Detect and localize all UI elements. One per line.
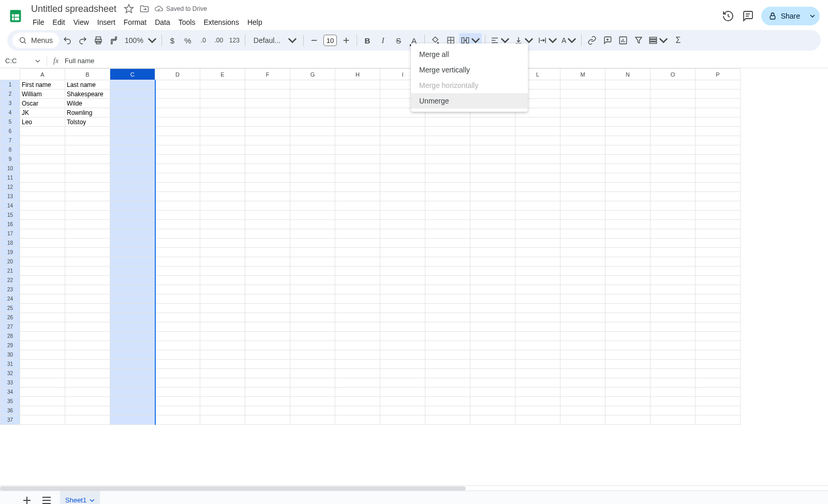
cell[interactable] — [696, 406, 741, 416]
cell[interactable] — [155, 80, 200, 90]
cell[interactable] — [470, 257, 515, 266]
cell[interactable] — [65, 397, 110, 406]
cell[interactable] — [605, 80, 650, 90]
cell[interactable] — [560, 276, 605, 285]
cell[interactable] — [290, 145, 335, 155]
cell[interactable] — [110, 211, 155, 220]
cell[interactable] — [380, 294, 425, 304]
cell[interactable] — [290, 257, 335, 266]
cell[interactable] — [245, 350, 290, 360]
column-header-H[interactable]: H — [335, 69, 380, 80]
cell[interactable] — [290, 350, 335, 360]
cell[interactable] — [290, 360, 335, 369]
cell[interactable]: Rownling — [65, 108, 110, 117]
cell[interactable] — [560, 248, 605, 257]
cell[interactable] — [155, 294, 200, 304]
cell[interactable] — [470, 360, 515, 369]
cell[interactable] — [605, 416, 650, 425]
cell[interactable]: Tolstoy — [65, 117, 110, 127]
cell[interactable] — [335, 276, 380, 285]
menu-help[interactable]: Help — [244, 16, 266, 28]
cell[interactable] — [200, 266, 245, 276]
cell[interactable] — [65, 388, 110, 397]
row-header[interactable]: 4 — [1, 108, 20, 117]
cell[interactable] — [425, 211, 470, 220]
cell[interactable] — [425, 341, 470, 350]
cell[interactable] — [155, 127, 200, 136]
cell[interactable] — [560, 369, 605, 378]
cell[interactable] — [605, 108, 650, 117]
cell[interactable] — [560, 80, 605, 90]
cell[interactable] — [110, 155, 155, 164]
cell[interactable] — [335, 220, 380, 229]
cell[interactable] — [155, 211, 200, 220]
row-header[interactable]: 26 — [1, 313, 20, 322]
cell[interactable] — [20, 145, 65, 155]
cell[interactable] — [515, 201, 560, 211]
cell[interactable] — [560, 304, 605, 313]
cell[interactable] — [245, 360, 290, 369]
cell[interactable] — [696, 173, 741, 183]
cell[interactable] — [110, 108, 155, 117]
cell[interactable] — [470, 406, 515, 416]
cell[interactable] — [335, 108, 380, 117]
cell[interactable] — [650, 248, 696, 257]
cell[interactable] — [245, 239, 290, 248]
cell[interactable] — [650, 80, 696, 90]
cell[interactable] — [155, 378, 200, 388]
cell[interactable] — [696, 276, 741, 285]
cell[interactable] — [515, 369, 560, 378]
cell[interactable] — [155, 313, 200, 322]
cell[interactable] — [200, 276, 245, 285]
cell[interactable] — [65, 229, 110, 239]
share-caret-icon[interactable] — [806, 13, 819, 19]
cell[interactable] — [65, 183, 110, 192]
cell[interactable] — [245, 80, 290, 90]
cell[interactable] — [200, 397, 245, 406]
cell[interactable] — [290, 127, 335, 136]
cell[interactable] — [245, 388, 290, 397]
cell[interactable] — [335, 360, 380, 369]
menu-insert[interactable]: Insert — [94, 16, 119, 28]
cell[interactable] — [515, 304, 560, 313]
cell[interactable] — [200, 211, 245, 220]
cell[interactable]: William — [20, 90, 65, 99]
cell[interactable] — [200, 341, 245, 350]
cell[interactable] — [560, 416, 605, 425]
row-header[interactable]: 10 — [1, 164, 20, 173]
cell[interactable] — [200, 239, 245, 248]
cell[interactable] — [110, 313, 155, 322]
row-header[interactable]: 28 — [1, 332, 20, 341]
cell[interactable] — [20, 397, 65, 406]
cell[interactable] — [605, 294, 650, 304]
cell[interactable] — [245, 192, 290, 201]
cell[interactable] — [650, 304, 696, 313]
cell[interactable] — [696, 350, 741, 360]
cell[interactable] — [245, 229, 290, 239]
cell[interactable] — [65, 145, 110, 155]
cell[interactable] — [425, 183, 470, 192]
cell[interactable] — [425, 313, 470, 322]
merge-option-unmerge[interactable]: Unmerge — [411, 93, 528, 109]
cell[interactable] — [290, 164, 335, 173]
cell[interactable] — [110, 257, 155, 266]
cell[interactable] — [65, 304, 110, 313]
cell[interactable] — [65, 369, 110, 378]
cell[interactable] — [110, 350, 155, 360]
cell[interactable] — [425, 220, 470, 229]
row-header[interactable]: 5 — [1, 117, 20, 127]
cell[interactable] — [605, 388, 650, 397]
font-size-increase-button[interactable] — [339, 33, 353, 48]
cell[interactable] — [560, 388, 605, 397]
cell[interactable] — [605, 155, 650, 164]
cell[interactable] — [650, 183, 696, 192]
row-header[interactable]: 11 — [1, 173, 20, 183]
bold-button[interactable]: B — [360, 33, 375, 48]
cell[interactable] — [470, 239, 515, 248]
cell[interactable] — [290, 155, 335, 164]
cell[interactable] — [515, 183, 560, 192]
cell[interactable] — [200, 388, 245, 397]
cell[interactable] — [470, 313, 515, 322]
cell[interactable] — [470, 211, 515, 220]
cell[interactable] — [605, 99, 650, 108]
